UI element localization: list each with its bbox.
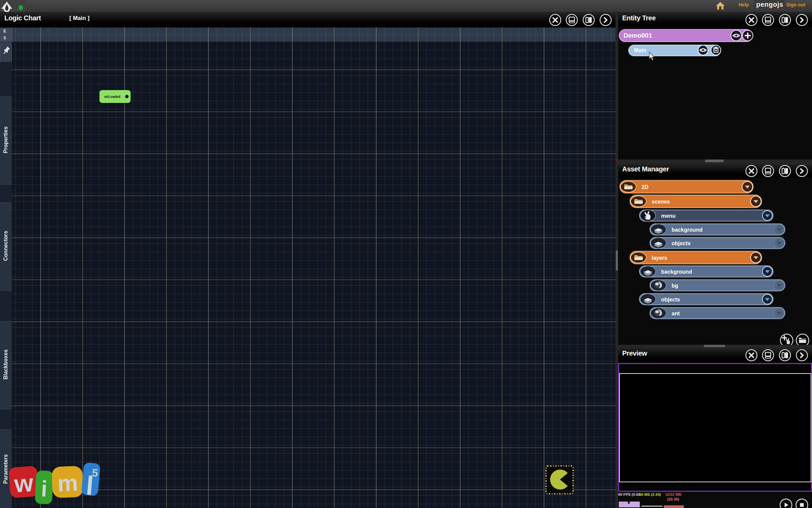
svg-text:background: background bbox=[672, 227, 703, 233]
svg-text:background: background bbox=[661, 269, 692, 275]
svg-text:2D: 2D bbox=[641, 184, 648, 190]
svg-text:objects: objects bbox=[672, 240, 691, 246]
svg-text:scenes: scenes bbox=[652, 199, 670, 205]
svg-text:ant: ant bbox=[672, 311, 680, 316]
svg-text:5: 5 bbox=[91, 466, 98, 479]
svg-text:objects: objects bbox=[661, 297, 680, 302]
svg-text:layers: layers bbox=[652, 255, 667, 261]
svg-text:i: i bbox=[41, 476, 48, 502]
svg-text:menu: menu bbox=[661, 213, 676, 219]
svg-text:w: w bbox=[13, 469, 35, 498]
svg-text:m: m bbox=[57, 470, 78, 496]
svg-text:bg: bg bbox=[672, 283, 678, 289]
